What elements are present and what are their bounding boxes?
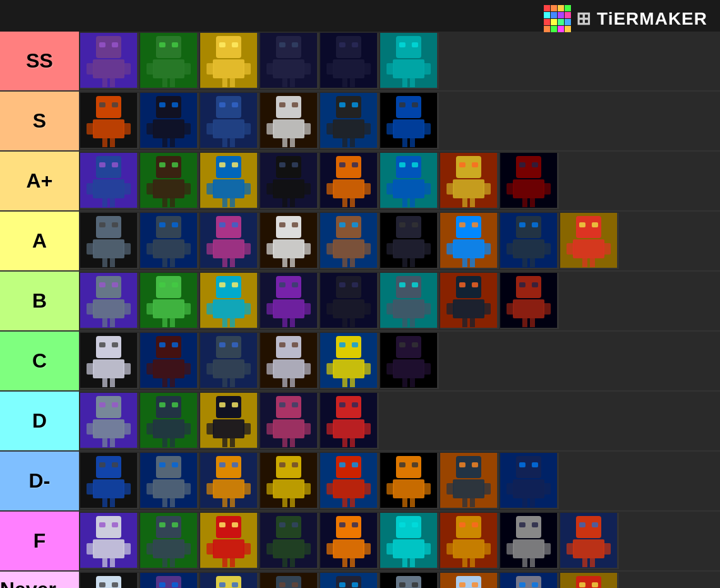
tier-item-pink-speaker[interactable]	[200, 213, 259, 269]
tier-item-purple-robot[interactable]	[80, 33, 139, 89]
svg-rect-404	[183, 423, 191, 435]
tier-item-static-n[interactable]	[500, 573, 559, 588]
tier-item-white-robot[interactable]	[260, 213, 319, 269]
svg-rect-300	[352, 282, 358, 287]
tier-item-red-robot[interactable]	[500, 273, 559, 329]
tier-item-colorful-box[interactable]	[200, 93, 259, 149]
svg-rect-186	[110, 258, 115, 267]
tier-item-purple-figure[interactable]	[140, 573, 199, 588]
tier-item-blue-robot[interactable]	[380, 93, 439, 149]
tier-item-mech-tie[interactable]	[260, 453, 319, 509]
tier-item-tv-head-1[interactable]	[320, 33, 379, 89]
tier-item-cyan-ball[interactable]	[380, 513, 439, 569]
tier-item-static-tv[interactable]	[500, 513, 559, 569]
svg-rect-223	[327, 243, 334, 255]
tier-item-white-box[interactable]	[80, 333, 139, 389]
tier-item-boombox-dark[interactable]	[260, 33, 319, 89]
tier-item-pink-robot[interactable]	[260, 393, 319, 449]
tier-item-white-suit-c[interactable]	[260, 333, 319, 389]
svg-rect-358	[207, 363, 214, 375]
tier-item-yellow-legs[interactable]	[320, 333, 379, 389]
tier-item-grey-dark-f[interactable]	[140, 513, 199, 569]
tier-item-grey-suit[interactable]	[380, 273, 439, 329]
tier-item-sword-char[interactable]	[320, 213, 379, 269]
tier-item-red-dark[interactable]	[500, 153, 559, 209]
tier-item-dark-suit-b[interactable]	[320, 273, 379, 329]
tier-item-yellow-rocket[interactable]	[200, 33, 259, 89]
tier-item-orange-suit-f[interactable]	[440, 513, 499, 569]
tier-item-suit-green[interactable]	[260, 513, 319, 569]
tier-item-blue-speaker[interactable]	[80, 153, 139, 209]
tier-item-dark-purple[interactable]	[380, 333, 439, 389]
tier-item-cyan-robot[interactable]	[200, 273, 259, 329]
svg-rect-256	[573, 239, 604, 258]
tier-item-robot-mech[interactable]	[200, 333, 259, 389]
svg-rect-311	[402, 318, 407, 327]
tier-item-pumpkin-orange[interactable]	[320, 513, 379, 569]
svg-rect-268	[87, 303, 94, 315]
tier-item-blue-radio[interactable]	[200, 153, 259, 209]
tier-item-dark-combo[interactable]	[260, 153, 319, 209]
tier-item-boombox-n[interactable]	[320, 573, 379, 588]
tier-item-dark-dotted[interactable]	[440, 453, 499, 509]
tier-item-dark-red[interactable]	[140, 333, 199, 389]
tier-item-purple-guitar[interactable]	[260, 273, 319, 329]
tier-item-white-small[interactable]	[80, 573, 139, 588]
tier-items-S	[79, 92, 720, 150]
svg-rect-39	[352, 42, 358, 47]
tier-item-green-head[interactable]	[140, 33, 199, 89]
tier-item-blonde-char[interactable]	[440, 153, 499, 209]
tier-label-C: C	[0, 332, 79, 390]
tier-item-orange-bird[interactable]	[380, 453, 439, 509]
svg-rect-49	[393, 59, 424, 78]
svg-rect-23	[222, 78, 227, 87]
tier-item-dark-blue[interactable]	[440, 273, 499, 329]
tier-item-multi-speaker[interactable]	[140, 213, 199, 269]
tier-item-red-box-f[interactable]	[560, 513, 619, 569]
tier-item-red-tie-f[interactable]	[200, 513, 259, 569]
svg-rect-464	[282, 498, 287, 507]
tier-item-dark-mech[interactable]	[140, 393, 199, 449]
tier-item-tv-blue[interactable]	[380, 153, 439, 209]
tier-item-black-suit[interactable]	[320, 93, 379, 149]
tier-item-tv-cyan[interactable]	[380, 33, 439, 89]
svg-rect-85	[273, 119, 304, 138]
tier-item-blue-box-d[interactable]	[80, 453, 139, 509]
tier-item-white-cam-f[interactable]	[80, 513, 139, 569]
tier-item-red-cube[interactable]	[560, 213, 619, 269]
tier-item-grey-tv[interactable]	[80, 393, 139, 449]
svg-rect-210	[292, 222, 298, 227]
svg-rect-111	[112, 162, 118, 167]
tier-item-light-blue-n[interactable]	[440, 573, 499, 588]
tier-item-dark-gunner[interactable]	[140, 153, 199, 209]
svg-rect-87	[290, 138, 295, 147]
tier-item-grey-large[interactable]	[380, 573, 439, 588]
svg-rect-267	[110, 318, 115, 327]
tier-item-dark-char[interactable]	[140, 93, 199, 149]
tier-item-blue-dot[interactable]	[440, 213, 499, 269]
tier-item-red-tie-n[interactable]	[560, 573, 619, 588]
tier-item-folder-yellow[interactable]	[200, 573, 259, 588]
tier-item-green-alien[interactable]	[140, 273, 199, 329]
tier-item-suit-char[interactable]	[500, 213, 559, 269]
tier-item-white-suit[interactable]	[260, 93, 319, 149]
tier-item-red-white[interactable]	[320, 393, 379, 449]
tier-item-dark-flier[interactable]	[200, 393, 259, 449]
tier-item-pizza-head[interactable]	[80, 93, 139, 149]
svg-rect-453	[232, 462, 238, 467]
svg-rect-400	[153, 419, 184, 438]
svg-rect-178	[507, 183, 514, 195]
tier-item-dark-tv[interactable]	[380, 213, 439, 269]
svg-rect-579	[592, 522, 598, 527]
tier-item-grey-cam[interactable]	[140, 453, 199, 509]
svg-rect-274	[153, 299, 184, 318]
svg-rect-299	[339, 282, 345, 287]
tier-item-orange-glow[interactable]	[200, 453, 259, 509]
tier-item-grey-speaker[interactable]	[80, 213, 139, 269]
tier-item-blue-dark-d[interactable]	[500, 453, 559, 509]
svg-rect-539	[303, 543, 311, 555]
tier-item-red-speaker[interactable]	[320, 453, 379, 509]
tier-item-pumpkin-head[interactable]	[320, 153, 379, 209]
tier-item-grey-blob[interactable]	[80, 273, 139, 329]
tier-item-speaker-dark-n[interactable]	[260, 573, 319, 588]
